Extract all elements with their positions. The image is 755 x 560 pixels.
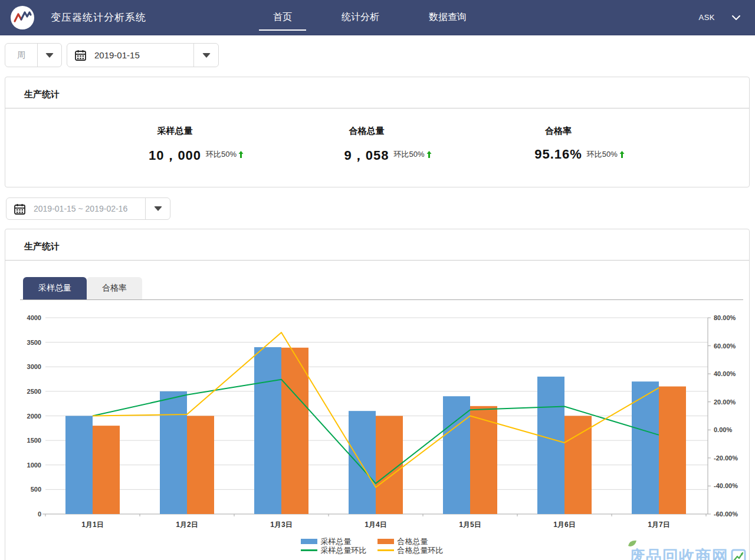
svg-text:80.00%: 80.00%: [714, 314, 736, 321]
user-name: ASK: [698, 13, 715, 22]
watermark-text: 废品回收商网: [629, 546, 728, 560]
legend-label: 采样总量环比: [321, 545, 367, 556]
svg-text:1月1日: 1月1日: [81, 521, 103, 529]
chart-tab-strip: 采样总量 合格率: [20, 277, 743, 300]
svg-text:1000: 1000: [27, 462, 41, 469]
up-arrow-icon: [619, 150, 625, 159]
stat-label: 采样总量: [79, 126, 271, 137]
nav-item-data-query[interactable]: 数据查询: [413, 0, 482, 35]
legend-item[interactable]: 合格总量环比: [378, 546, 454, 555]
svg-text:1500: 1500: [27, 437, 41, 444]
leaf-icon: [627, 539, 640, 548]
stat-label: 合格率: [462, 126, 654, 137]
dropdown-arrow-icon[interactable]: [194, 53, 218, 58]
calendar-icon: [14, 203, 25, 215]
production-summary-card: 生产统计 采样总量 10，000 环比50% 合格总量 9，058 环比: [5, 77, 750, 187]
chevron-down-icon: [731, 15, 741, 21]
date-picker-value: 2019-01-15: [94, 50, 193, 60]
svg-text:1月3日: 1月3日: [270, 521, 292, 529]
range-filter-row: 2019-01-15 ~ 2019-02-16: [6, 197, 755, 220]
legend-bar-swatch-icon: [378, 539, 394, 544]
stat-label: 合格总量: [271, 126, 462, 137]
svg-text:0: 0: [38, 510, 41, 518]
stat-value: 10，000: [149, 148, 201, 163]
stat-value: 9，058: [344, 148, 389, 163]
svg-text:1月4日: 1月4日: [365, 521, 386, 529]
app-logo-icon: [11, 6, 34, 29]
svg-text:0.00%: 0.00%: [714, 426, 732, 433]
dropdown-arrow-icon[interactable]: [146, 206, 170, 211]
date-range-picker[interactable]: 2019-01-15 ~ 2019-02-16: [6, 197, 170, 220]
stat-value: 95.16%: [534, 147, 582, 162]
svg-text:1月6日: 1月6日: [553, 521, 575, 529]
user-menu[interactable]: ASK: [698, 0, 741, 35]
combo-bar-line-chart[interactable]: 05001000150020002500300035004000-60.00%-…: [5, 306, 749, 537]
legend-bar-swatch-icon: [301, 539, 317, 544]
svg-text:1月7日: 1月7日: [648, 521, 669, 529]
app-title: 变压器统计分析系统: [51, 11, 146, 24]
svg-text:500: 500: [31, 486, 41, 493]
stat-pass-rate: 合格率 95.16% 环比50%: [462, 126, 654, 164]
period-select[interactable]: 周: [5, 43, 62, 67]
legend-line-swatch-icon: [301, 549, 317, 551]
legend-item[interactable]: 采样总量环比: [301, 546, 378, 555]
up-arrow-icon: [238, 150, 244, 159]
tab-pass-rate[interactable]: 合格率: [87, 277, 142, 299]
svg-text:1月5日: 1月5日: [459, 521, 481, 529]
svg-text:3000: 3000: [27, 363, 41, 370]
date-range-value: 2019-01-15 ~ 2019-02-16: [34, 204, 145, 213]
main-nav: 首页 统计分析 数据查询: [258, 0, 482, 35]
svg-text:-60.00%: -60.00%: [714, 510, 738, 518]
dropdown-arrow-icon[interactable]: [38, 53, 61, 58]
svg-text:2000: 2000: [27, 413, 41, 420]
svg-text:2500: 2500: [27, 388, 41, 395]
calendar-icon: [75, 50, 86, 61]
date-picker[interactable]: 2019-01-15: [67, 43, 219, 67]
legend-line-swatch-icon: [378, 549, 394, 551]
stat-delta: 环比50%: [206, 149, 244, 160]
stat-delta: 环比50%: [587, 149, 625, 160]
chart-box-icon: [731, 549, 746, 560]
svg-text:20.00%: 20.00%: [714, 398, 736, 406]
card-title: 生产统计: [5, 229, 749, 260]
svg-text:4000: 4000: [27, 314, 41, 321]
stats-row: 采样总量 10，000 环比50% 合格总量 9，058 环比50%: [5, 108, 749, 187]
legend-label: 合格总量环比: [398, 545, 444, 556]
top-navbar: 变压器统计分析系统 首页 统计分析 数据查询 ASK: [0, 0, 755, 35]
svg-text:-40.00%: -40.00%: [714, 482, 738, 489]
stat-delta: 环比50%: [393, 149, 432, 160]
production-chart-card: 生产统计 采样总量 合格率 05001000150020002500300035…: [5, 229, 750, 560]
divider: [5, 260, 749, 261]
period-select-value: 周: [5, 50, 37, 61]
tab-sampling-total[interactable]: 采样总量: [23, 277, 87, 299]
svg-text:60.00%: 60.00%: [714, 342, 736, 350]
nav-item-home[interactable]: 首页: [258, 0, 307, 35]
nav-item-statistics[interactable]: 统计分析: [326, 0, 395, 35]
page: 变压器统计分析系统 首页 统计分析 数据查询 ASK 周: [0, 0, 755, 560]
svg-text:1月2日: 1月2日: [176, 521, 198, 529]
watermark: 废品回收商网: [629, 546, 746, 560]
filter-row: 周 2019-01-15: [5, 43, 755, 67]
up-arrow-icon: [426, 150, 432, 159]
card-title: 生产统计: [5, 77, 749, 108]
stat-qualified-total: 合格总量 9，058 环比50%: [271, 126, 462, 164]
svg-text:3500: 3500: [27, 339, 41, 346]
svg-text:-20.00%: -20.00%: [714, 454, 738, 462]
stat-sampling-total: 采样总量 10，000 环比50%: [79, 126, 271, 164]
svg-text:40.00%: 40.00%: [714, 370, 736, 377]
